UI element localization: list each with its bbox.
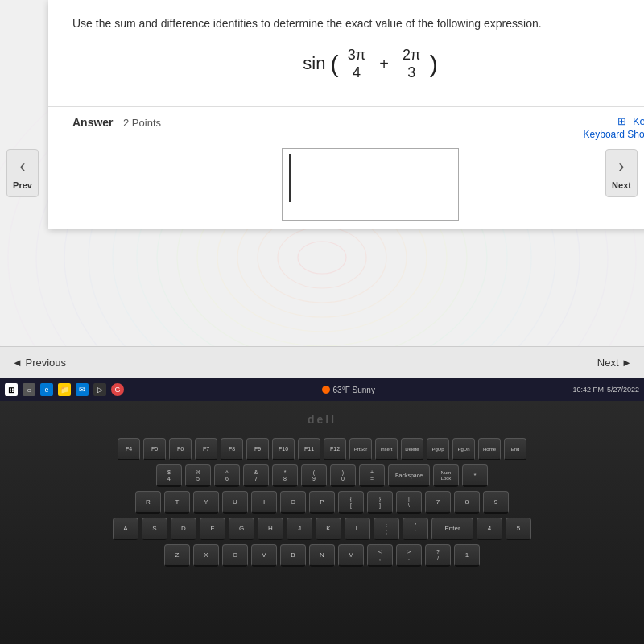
answer-points: 2 Points [123,117,161,129]
date-display: 5/27/2022 [607,386,639,394]
search-icon[interactable]: ○ [23,383,35,396]
key-pgdn[interactable]: PgDn [452,438,475,460]
key-i[interactable]: I [251,491,277,514]
key-bracket-open[interactable]: {[ [338,491,364,514]
key-6[interactable]: ^6 [214,464,240,487]
prev-arrow-icon: ‹ [19,156,25,177]
key-u[interactable]: U [222,491,248,514]
key-m[interactable]: M [338,544,364,567]
key-9[interactable]: (9 [301,464,327,487]
explorer-icon[interactable]: 📁 [58,383,71,396]
key-num8[interactable]: 8 [454,491,480,514]
edge-icon[interactable]: e [40,383,53,396]
key-r[interactable]: R [135,491,161,514]
key-insert[interactable]: Insert [375,438,398,460]
key-equals[interactable]: += [359,464,385,487]
key-l[interactable]: L [345,518,370,540]
key-quote[interactable]: "' [402,518,428,540]
meet-icon[interactable]: ▷ [93,383,106,396]
key-x[interactable]: X [193,544,219,567]
key-s[interactable]: S [142,518,167,540]
keyboard-row-z: Z X C V B N M <, >. ?/ 1 [16,544,628,567]
key-bracket-close[interactable]: }] [367,491,393,514]
key-k[interactable]: K [316,518,341,540]
key-n[interactable]: N [309,544,335,567]
key-num7[interactable]: 7 [425,491,451,514]
bottom-prev-button[interactable]: ◄ Previous [12,357,66,369]
key-f8[interactable]: F8 [221,438,243,460]
key-7[interactable]: &7 [243,464,269,487]
keyboard-row-num: $4 %5 ^6 &7 *8 (9 )0 += Backspace NumLoc… [16,464,628,487]
key-numlock[interactable]: NumLock [433,464,459,487]
next-nav-label: Next [612,180,631,190]
key-z[interactable]: Z [164,544,190,567]
key-end[interactable]: End [504,438,526,460]
key-semicolon[interactable]: :; [374,518,399,540]
key-y[interactable]: Y [193,491,219,514]
key-delete[interactable]: Delete [401,438,423,460]
keypad-group[interactable]: ⊞ Keypad Keyboard Shortcuts [584,115,644,140]
key-d[interactable]: D [171,518,196,540]
key-f10[interactable]: F10 [272,438,295,460]
key-v[interactable]: V [251,544,277,567]
key-a[interactable]: A [113,518,138,540]
keypad-label[interactable]: Keypad [633,115,644,127]
key-f7[interactable]: F7 [195,438,217,460]
key-h[interactable]: H [258,518,283,540]
key-5[interactable]: %5 [185,464,211,487]
key-f6[interactable]: F6 [169,438,192,460]
svg-point-0 [298,242,346,274]
key-comma[interactable]: <, [367,544,393,567]
key-c[interactable]: C [222,544,248,567]
key-f12[interactable]: F12 [324,438,346,460]
frac2-denominator: 3 [405,64,418,82]
next-nav-button[interactable]: › Next [605,149,638,197]
input-box-container [72,148,644,221]
key-slash[interactable]: ?/ [425,544,451,567]
key-num1[interactable]: 1 [454,544,480,567]
key-enter[interactable]: Enter [431,518,473,540]
quiz-container: Use the sum and difference identities to… [0,0,644,346]
math-expression: sin ( 3π 4 + 2π 3 ) [72,47,644,82]
key-f9[interactable]: F9 [246,438,269,460]
answer-header: Answer 2 Points ⊞ Keypad Keyboard Shortc… [72,115,644,140]
key-backspace[interactable]: Backspace [388,464,430,487]
key-b[interactable]: B [280,544,306,567]
key-num4[interactable]: 4 [477,518,502,540]
key-4[interactable]: $4 [156,464,182,487]
key-f11[interactable]: F11 [298,438,320,460]
key-num9[interactable]: 9 [483,491,509,514]
key-num5[interactable]: 5 [506,518,531,540]
key-8[interactable]: *8 [272,464,298,487]
keyboard-shortcuts-label[interactable]: Keyboard Shortcuts [584,129,644,140]
key-g[interactable]: G [229,518,254,540]
laptop-body: dell F4 F5 F6 F7 F8 F9 F10 F11 F12 PrtSc… [0,401,644,644]
key-f[interactable]: F [200,518,225,540]
key-0[interactable]: )0 [330,464,356,487]
key-period[interactable]: >. [396,544,422,567]
math-input-box[interactable] [282,148,459,221]
start-button[interactable]: ⊞ [5,383,18,396]
key-num-star[interactable]: * [462,464,488,487]
open-paren: ( [331,51,339,77]
keyboard-row-a: A S D F G H J K L :; "' Enter 4 5 [16,518,628,540]
key-t[interactable]: T [164,491,190,514]
quiz-panel: Use the sum and difference identities to… [48,0,644,229]
key-p[interactable]: P [309,491,335,514]
time-display: 10:42 PM [572,386,604,394]
key-backslash[interactable]: |\ [396,491,422,514]
prev-nav-button[interactable]: ‹ Prev [6,149,39,197]
key-o[interactable]: O [280,491,306,514]
weather-text: 63°F Sunny [333,386,375,394]
mail-icon[interactable]: ✉ [76,383,89,396]
bottom-next-button[interactable]: Next ► [597,357,632,369]
chrome-icon[interactable]: G [111,383,124,396]
key-pgup[interactable]: PgUp [427,438,449,460]
key-home[interactable]: Home [478,438,501,460]
key-f4[interactable]: F4 [118,438,140,460]
text-cursor [289,154,291,202]
key-prtscr[interactable]: PrtScr [349,438,372,460]
prev-nav-label: Prev [13,180,32,190]
key-j[interactable]: J [287,518,312,540]
key-f5[interactable]: F5 [143,438,166,460]
